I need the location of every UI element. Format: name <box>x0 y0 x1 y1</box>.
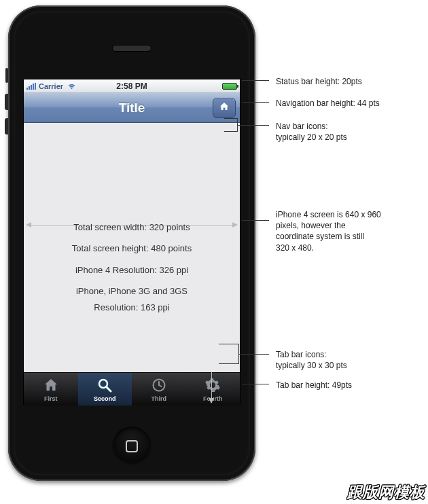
signal-strength-icon <box>26 83 36 90</box>
nav-bar-home-button[interactable] <box>213 98 236 118</box>
status-bar-time: 2:58 PM <box>116 82 147 91</box>
battery-icon <box>222 83 237 90</box>
content-specs-text: Total screen width: 320 points Total scr… <box>24 219 240 321</box>
svg-line-1 <box>107 387 111 391</box>
annotation-nav-icons: Nav bar icons: typically 20 x 20 pts <box>276 121 418 143</box>
nav-bar-title: Title <box>119 101 145 115</box>
navigation-bar: Title <box>24 93 240 123</box>
size-bracket-nav-icon <box>224 118 238 132</box>
annotation-tab-bar: Tab bar height: 49pts <box>276 380 418 391</box>
mute-switch <box>5 68 8 83</box>
annotation-tab-icons: Tab bar icons: typically 30 x 30 pts <box>276 349 418 371</box>
spec-res-old: iPhone, iPhone 3G and 3GS Resolution: 16… <box>24 283 240 315</box>
home-button[interactable] <box>112 427 151 466</box>
leader-line <box>242 80 269 81</box>
leader-line <box>242 220 269 221</box>
house-icon <box>42 376 60 394</box>
wifi-icon <box>67 83 76 90</box>
tab-second[interactable]: Second <box>78 373 132 406</box>
leader-line <box>238 125 269 126</box>
leader-line <box>239 354 269 355</box>
tab-bar: First Second Third Fourth <box>24 372 240 406</box>
tab-first[interactable]: First <box>24 373 78 406</box>
watermark-text: 跟版网模板 <box>347 482 425 503</box>
tab-third[interactable]: Third <box>132 373 186 406</box>
size-bracket-tab-icon <box>219 344 239 364</box>
magnifier-icon <box>96 376 113 394</box>
volume-down-button <box>5 118 8 134</box>
device-screen: Carrier 2:58 PM Title <box>23 79 240 405</box>
leader-line <box>242 384 269 384</box>
tab-label: Second <box>94 395 116 402</box>
tab-label: First <box>44 395 58 402</box>
annotation-screen-resolution: iPhone 4 screen is 640 x 960 pixels, how… <box>276 209 418 253</box>
gear-icon <box>204 376 221 394</box>
spec-res-iphone4: iPhone 4 Resolution: 326 ppi <box>24 262 240 278</box>
annotation-nav-bar: Navigation bar height: 44 pts <box>276 98 418 109</box>
annotation-status-bar: Status bar height: 20pts <box>276 76 418 87</box>
iphone-device-frame: Carrier 2:58 PM Title <box>8 5 255 481</box>
spec-height: Total screen height: 480 points <box>24 240 240 256</box>
tab-label: Third <box>151 395 167 402</box>
spec-width: Total screen width: 320 points <box>24 219 240 235</box>
content-area: Total screen width: 320 points Total scr… <box>24 123 240 372</box>
carrier-label: Carrier <box>39 82 63 90</box>
home-button-glyph <box>126 440 138 452</box>
earpiece-speaker <box>112 45 151 52</box>
clock-icon <box>150 376 168 394</box>
home-icon <box>219 101 230 115</box>
status-bar: Carrier 2:58 PM <box>24 79 240 93</box>
volume-up-button <box>5 94 8 110</box>
leader-line <box>242 102 269 103</box>
